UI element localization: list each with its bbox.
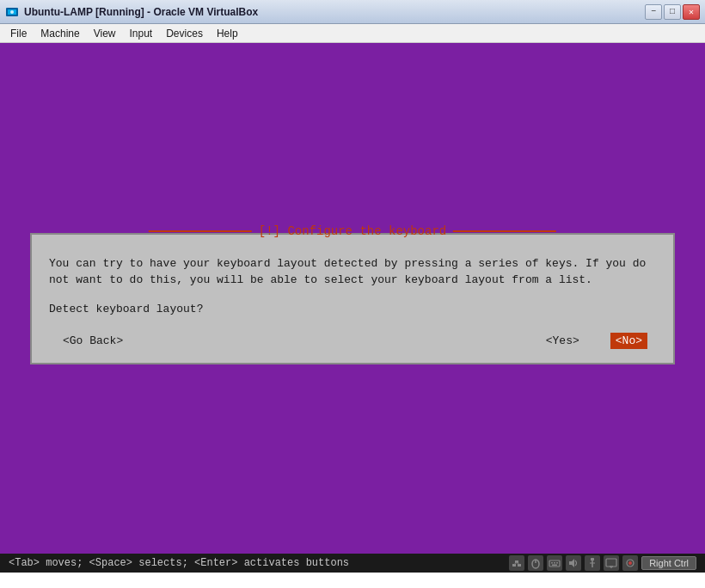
status-bar-icons: Right Ctrl bbox=[509, 555, 696, 571]
audio-icon bbox=[566, 555, 581, 571]
svg-rect-5 bbox=[515, 560, 518, 563]
svg-line-7 bbox=[517, 563, 519, 564]
menu-item-file[interactable]: File bbox=[3, 26, 34, 41]
svg-rect-14 bbox=[552, 565, 557, 567]
svg-rect-13 bbox=[556, 562, 558, 564]
usb-icon bbox=[585, 555, 600, 571]
title-bar: Ubuntu-LAMP [Running] - Oracle VM Virtua… bbox=[0, 0, 705, 24]
menu-item-devices[interactable]: Devices bbox=[159, 26, 210, 41]
svg-rect-12 bbox=[554, 562, 555, 564]
svg-rect-3 bbox=[512, 564, 516, 567]
mouse-icon bbox=[528, 555, 543, 571]
dialog-title-bar: [!] Configure the keyboard bbox=[149, 224, 556, 238]
virtualbox-icon bbox=[5, 5, 19, 19]
restore-button[interactable]: □ bbox=[664, 4, 681, 20]
no-button[interactable]: <No> bbox=[610, 333, 647, 349]
menu-bar: File Machine View Input Devices Help bbox=[0, 24, 705, 43]
menu-item-view[interactable]: View bbox=[87, 26, 123, 41]
status-bar: <Tab> moves; <Space> selects; <Enter> ac… bbox=[0, 554, 705, 573]
svg-point-23 bbox=[628, 561, 632, 565]
display-icon bbox=[604, 555, 619, 571]
yes-button[interactable]: <Yes> bbox=[541, 333, 585, 349]
dialog-title-line-left bbox=[149, 230, 252, 232]
menu-item-machine[interactable]: Machine bbox=[34, 26, 86, 41]
detect-keyboard-question: Detect keyboard layout? bbox=[49, 303, 656, 315]
svg-rect-4 bbox=[518, 564, 521, 567]
window-controls: − □ ✕ bbox=[645, 4, 700, 20]
dialog-body-text: You can try to have your keyboard layout… bbox=[49, 255, 656, 289]
dialog-buttons: <Go Back> <Yes> <No> bbox=[49, 333, 656, 349]
menu-item-input[interactable]: Input bbox=[123, 26, 160, 41]
svg-rect-19 bbox=[606, 559, 616, 567]
keyboard-icon bbox=[547, 555, 562, 571]
svg-rect-11 bbox=[551, 562, 553, 564]
dialog-right-buttons: <Yes> <No> bbox=[541, 333, 647, 349]
svg-line-6 bbox=[514, 563, 517, 564]
recording-icon bbox=[622, 555, 638, 571]
dialog-title-line-right bbox=[453, 230, 556, 232]
minimize-button[interactable]: − bbox=[645, 4, 662, 20]
close-button[interactable]: ✕ bbox=[683, 4, 700, 20]
dialog-title-text: [!] Configure the keyboard bbox=[252, 224, 453, 238]
menu-item-help[interactable]: Help bbox=[210, 26, 245, 41]
vm-screen: [!] Configure the keyboard You can try t… bbox=[0, 43, 705, 554]
svg-point-2 bbox=[10, 10, 14, 14]
status-bar-text: <Tab> moves; <Space> selects; <Enter> ac… bbox=[9, 557, 349, 569]
svg-rect-16 bbox=[591, 558, 594, 560]
right-ctrl-button[interactable]: Right Ctrl bbox=[641, 556, 696, 570]
dialog-content: You can try to have your keyboard layout… bbox=[32, 235, 673, 363]
window-title: Ubuntu-LAMP [Running] - Oracle VM Virtua… bbox=[24, 6, 645, 18]
go-back-button[interactable]: <Go Back> bbox=[58, 333, 128, 349]
network-icon bbox=[509, 555, 524, 571]
configure-keyboard-dialog: [!] Configure the keyboard You can try t… bbox=[30, 233, 675, 364]
svg-marker-15 bbox=[569, 559, 574, 567]
